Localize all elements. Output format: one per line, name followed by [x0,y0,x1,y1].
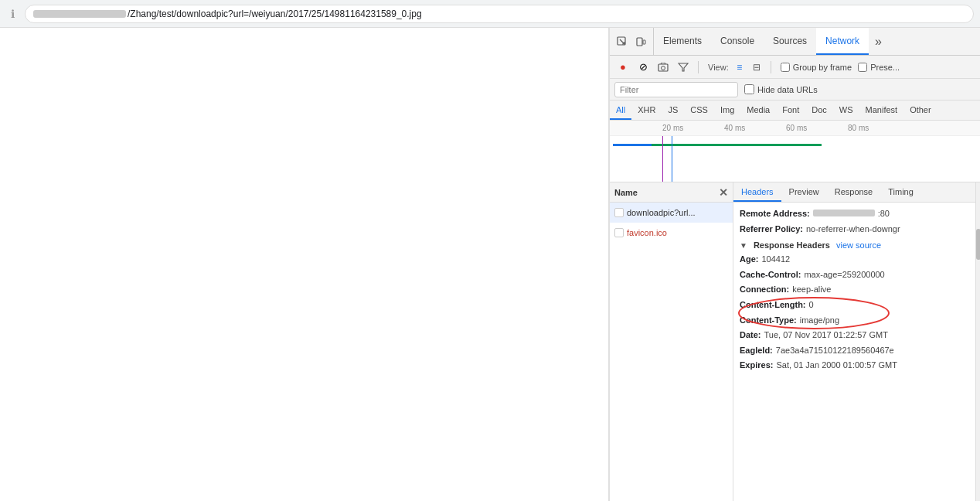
device-toolbar-icon[interactable] [633,34,648,49]
referrer-policy-key: Referrer Policy: [740,223,803,237]
filter-icon[interactable] [675,59,692,76]
list-view-icon[interactable]: ≡ [732,60,747,75]
content-length-key: Content-Length: [740,298,806,312]
resource-tab-all[interactable]: All [610,101,631,120]
tab-timing[interactable]: Timing [880,182,921,202]
hide-data-urls-group: Hide data URLs [744,84,818,94]
devtools-tabs: Elements Console Sources Network » [610,28,980,56]
grid-view-icon[interactable]: ⊟ [749,60,764,75]
request-name-favicon: favicon.ico [627,228,667,237]
annotated-rows: Content-Length: 0 Content-Type: image/pn… [740,298,969,327]
resource-tab-manifest[interactable]: Manifest [859,101,904,120]
browser-viewport [0,28,609,501]
group-by-frame-input[interactable] [781,63,790,72]
connection-key: Connection: [740,283,789,297]
tab-response[interactable]: Response [827,182,881,202]
timeline-load-marker [672,136,672,182]
resource-type-tabs: All XHR JS CSS Img Media Font Doc WS Man… [610,101,980,121]
header-eagleid: EagleId: 7ae3a4a71510122189560467e [740,344,969,358]
timeline-bar-transfer [652,144,822,146]
header-content-length: Content-Length: 0 [740,298,969,312]
age-key: Age: [740,253,758,267]
requests-list: Name ✕ downloadpic?url... favicon.ico [610,182,733,501]
headers-panel: Headers Preview Response Timing Remote A… [733,182,975,501]
url-text: /Zhang/test/downloadpic?url=/weiyuan/201… [128,9,422,19]
network-timeline: 20 ms 40 ms 60 ms 80 ms [610,121,980,182]
referrer-policy-row: Referrer Policy: no-referrer-when-downgr [740,223,969,237]
resource-tab-js[interactable]: JS [662,101,684,120]
requests-list-header: Name ✕ [610,182,733,203]
resource-tab-other[interactable]: Other [903,101,937,120]
resource-tab-xhr[interactable]: XHR [631,101,662,120]
resource-tab-ws[interactable]: WS [833,101,859,120]
request-item-downloadpic[interactable]: downloadpic?url... [610,203,733,223]
view-label: View: [708,63,729,72]
response-headers-section: ▼ Response Headers view source [740,240,969,250]
preserve-checkbox: Prese... [858,63,900,72]
url-bar[interactable]: /Zhang/test/downloadpic?url=/weiyuan/201… [25,5,974,23]
ruler-mark-80ms: 80 ms [848,124,869,132]
url-blurred-part [33,10,126,18]
header-cache-control: Cache-Control: max-age=259200000 [740,268,969,282]
ruler-mark-60ms: 60 ms [786,124,807,132]
request-item-favicon[interactable]: favicon.ico [610,223,733,243]
resource-tab-font[interactable]: Font [776,101,805,120]
cache-control-value: max-age=259200000 [804,268,884,282]
remote-address-blurred [813,210,875,216]
network-bottom: Name ✕ downloadpic?url... favicon.ico He… [610,182,980,501]
resource-tab-css[interactable]: CSS [684,101,714,120]
tab-network[interactable]: Network [816,28,869,55]
header-expires: Expires: Sat, 01 Jan 2000 01:00:57 GMT [740,359,969,373]
warning-icon: ℹ [6,8,19,20]
record-button[interactable]: ● [614,59,631,76]
header-content-type: Content-Type: image/png [740,314,969,328]
tab-console[interactable]: Console [711,28,764,55]
inspect-element-icon[interactable] [614,34,630,49]
timeline-bars [610,136,980,182]
age-value: 104412 [761,253,790,267]
date-value: Tue, 07 Nov 2017 01:22:57 GMT [764,329,888,343]
preserve-input[interactable] [858,63,867,72]
connection-value: keep-alive [792,283,831,297]
content-type-key: Content-Type: [740,314,797,328]
ruler-mark-40ms: 40 ms [724,124,745,132]
toolbar-separator-2 [771,61,771,73]
tab-headers[interactable]: Headers [733,182,781,202]
screenshot-button[interactable] [655,59,672,76]
expires-key: Expires: [740,359,773,373]
resource-tab-media[interactable]: Media [740,101,776,120]
timeline-ruler: 20 ms 40 ms 60 ms 80 ms [610,121,980,136]
expires-value: Sat, 01 Jan 2000 01:00:57 GMT [776,359,897,373]
tab-preview[interactable]: Preview [781,182,827,202]
resource-tab-doc[interactable]: Doc [805,101,833,120]
svg-point-4 [662,66,665,70]
headers-tabs: Headers Preview Response Timing [733,182,975,203]
date-key: Date: [740,329,761,343]
timeline-dcl-marker [662,136,663,182]
request-icon-downloadpic [614,208,624,217]
clear-button[interactable]: ⊘ [635,59,652,76]
request-icon-favicon [614,228,624,237]
devtools-icon-buttons [610,28,654,55]
content-type-value: image/png [800,314,839,328]
request-name-downloadpic: downloadpic?url... [627,208,696,217]
group-by-frame-checkbox: Group by frame [781,63,852,72]
remote-address-key: Remote Address: [740,207,810,221]
svg-rect-1 [637,38,642,46]
more-tabs-button[interactable]: » [869,28,888,55]
devtools-toolbar: ● ⊘ View: ≡ ⊟ [610,56,980,79]
eagleid-key: EagleId: [740,344,773,358]
requests-name-column-label: Name [614,188,638,197]
main-content: Elements Console Sources Network » ● ⊘ [0,28,980,501]
resource-tab-img[interactable]: Img [714,101,740,120]
filter-input[interactable] [614,82,738,97]
vertical-scrollbar[interactable] [975,182,980,501]
hide-data-urls-input[interactable] [744,84,754,94]
tab-sources[interactable]: Sources [764,28,816,55]
view-source-link[interactable]: view source [836,240,881,250]
close-panel-button[interactable]: ✕ [719,186,728,199]
tab-elements[interactable]: Elements [654,28,711,55]
group-by-frame-label: Group by frame [793,63,852,72]
ruler-mark-20ms: 20 ms [662,124,683,132]
timeline-bar-dns [613,144,652,146]
